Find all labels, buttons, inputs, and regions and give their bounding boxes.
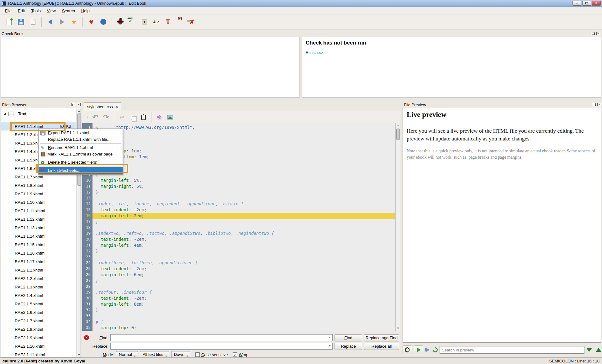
checkbox-icon[interactable]: ✓ xyxy=(233,352,237,357)
file-item-rae2-1-11-xhtml[interactable]: RAE2.1.11.xhtml xyxy=(1,351,76,357)
file-item-rae1-1-10-xhtml[interactable]: RAE1.1.10.xhtml xyxy=(1,198,76,207)
tab-stylesheet-css[interactable]: stylesheet.css × xyxy=(84,102,121,111)
find-button[interactable]: Find xyxy=(335,334,362,341)
code-line-4[interactable]: 4 xyxy=(82,142,395,148)
code-line-3[interactable]: 3 xyxy=(82,136,395,142)
code-line-8[interactable]: 8 xyxy=(82,166,395,172)
menu-edit[interactable]: Edit xyxy=(15,8,28,14)
code-line-6[interactable]: 6 margin-bottom: 1em; xyxy=(82,154,395,160)
float-panel-icon[interactable] xyxy=(71,103,75,106)
file-item-rae2-1-9-xhtml[interactable]: RAE2.1.9.xhtml xyxy=(1,334,76,342)
toolbar-check-book-button[interactable] xyxy=(114,16,126,28)
code-line-20[interactable]: 20 text-indent: -2em; xyxy=(82,236,395,242)
toolbar-insert-image-text-button[interactable] xyxy=(138,16,150,28)
sync-preview-button[interactable] xyxy=(403,346,412,354)
code-line-16[interactable]: 16 margin-left: 2em; xyxy=(82,213,395,219)
scroll-thumb[interactable] xyxy=(396,129,400,140)
replace-all-button[interactable]: Replace all xyxy=(364,343,399,350)
toolbar-bookmark-button[interactable] xyxy=(68,16,80,28)
code-line-31[interactable]: 31 margin-left: 8em; xyxy=(82,301,395,307)
code-line-25[interactable]: 25 text-indent: -2em; xyxy=(82,266,395,272)
preview-search-input[interactable] xyxy=(440,346,584,354)
menu-item-mark-rae1-1-1-xhtml-as-cover-page[interactable]: Mark RAE1.1.1.xhtml as cover page xyxy=(39,151,123,157)
search-next-icon[interactable] xyxy=(586,348,592,352)
toolbar-special-characters-button[interactable] xyxy=(150,16,162,28)
tree-expander-icon[interactable] xyxy=(3,113,6,115)
toolbar-smarten-punctuation-button[interactable] xyxy=(174,16,186,28)
code-line-23[interactable]: 23 xyxy=(82,254,395,260)
replace-button[interactable]: Replace xyxy=(335,343,362,350)
code-line-17[interactable]: 17} xyxy=(82,219,395,225)
file-item-rae1-1-16-xhtml[interactable]: RAE1.1.16.xhtml xyxy=(1,249,76,257)
toolbar-remove-unused-css-button[interactable] xyxy=(186,16,198,28)
code-line-21[interactable]: 21 margin-left: 4em; xyxy=(82,242,395,248)
float-panel-icon[interactable] xyxy=(592,103,596,106)
code-line-14[interactable]: 14.index, .ref, .tocone, .negindent, .ap… xyxy=(82,201,395,207)
wrap-checkbox[interactable]: ✓Wrap xyxy=(233,352,248,357)
file-item-rae2-1-4-xhtml[interactable]: RAE2.1.4.xhtml xyxy=(1,291,76,300)
toolbar-back-button[interactable] xyxy=(44,16,56,28)
file-item-rae1-1-12-xhtml[interactable]: RAE1.1.12.xhtml xyxy=(1,215,76,224)
code-line-2[interactable]: 2 xyxy=(82,130,395,136)
editor-image-button[interactable] xyxy=(165,113,175,122)
file-item-rae1-1-14-xhtml[interactable]: RAE1.1.14.xhtml xyxy=(1,232,76,240)
editor-copy-button[interactable] xyxy=(127,113,138,122)
find-input[interactable] xyxy=(110,334,333,341)
code-line-5[interactable]: 5 margin-top: 1em; xyxy=(82,148,395,154)
code-line-26[interactable]: 26 margin-left: 6em; xyxy=(82,272,395,278)
code-line-24[interactable]: 24.indexthree, .tocthree, .appendixthree… xyxy=(82,260,395,266)
float-panel-icon[interactable] xyxy=(591,32,595,35)
replace-input[interactable] xyxy=(110,343,333,350)
direction-select[interactable]: Down xyxy=(171,351,190,358)
editor-scrollbar[interactable]: ▲ ▼ xyxy=(395,123,400,331)
jump-to-position-icon[interactable] xyxy=(426,348,430,352)
scroll-down-icon[interactable]: ▼ xyxy=(396,326,400,331)
code-line-15[interactable]: 15 text-indent: -2em; xyxy=(82,207,395,213)
file-item-rae2-1-3-xhtml[interactable]: RAE2.1.3.xhtml xyxy=(1,283,76,291)
editor-cut-button[interactable] xyxy=(117,113,127,122)
code-line-33[interactable]: 33 xyxy=(82,313,395,319)
menu-item-replace-rae1-1-1-xhtml-with-file[interactable]: Replace RAE1.1.1.xhtml with file... xyxy=(39,136,123,143)
close-panel-icon[interactable]: × xyxy=(597,103,601,106)
code-line-30[interactable]: 30 text-indent: -2em; xyxy=(82,295,395,301)
code-line-18[interactable]: 18 xyxy=(82,225,395,231)
code-line-27[interactable]: 27} xyxy=(82,278,395,284)
code-line-11[interactable]: 11 margin-right: 5%; xyxy=(82,183,395,189)
file-item-rae1-1-17-xhtml[interactable]: RAE1.1.17.xhtml xyxy=(1,257,76,266)
toolbar-donate-button[interactable] xyxy=(85,16,97,28)
scroll-up-icon[interactable]: ▲ xyxy=(396,123,400,128)
scroll-up-icon[interactable]: ▲ xyxy=(77,108,81,113)
tree-node-text[interactable]: Text xyxy=(1,108,81,118)
menu-help[interactable]: Help xyxy=(78,8,93,14)
menu-tools[interactable]: Tools xyxy=(28,8,44,14)
file-item-rae2-1-1-xhtml[interactable]: RAE2.1.1.xhtml xyxy=(1,266,76,274)
toolbar-new-file-button[interactable] xyxy=(3,16,15,28)
toolbar-forward-button[interactable] xyxy=(56,16,68,28)
check-book-results-list[interactable] xyxy=(1,37,299,98)
code-line-9[interactable]: 9{ xyxy=(82,171,395,177)
case-sensitive-checkbox[interactable]: Case sensitive xyxy=(195,352,228,357)
menu-view[interactable]: View xyxy=(44,8,59,14)
file-item-rae1-1-13-xhtml[interactable]: RAE1.1.13.xhtml xyxy=(1,224,76,232)
code-editor[interactable]: 1@"http://www.w3.org/1999/xhtml";2345 ma… xyxy=(82,123,400,331)
file-item-rae1-1-8-xhtml[interactable]: RAE1.1.8.xhtml xyxy=(1,181,76,190)
minimize-button[interactable]: – xyxy=(573,1,581,6)
file-item-rae2-1-8-xhtml[interactable]: RAE2.1.8.xhtml xyxy=(1,325,76,334)
file-item-rae2-1-7-xhtml[interactable]: RAE2.1.7.xhtml xyxy=(1,317,76,325)
replace-and-find-button[interactable]: Replace and Find xyxy=(364,334,399,341)
checkbox-icon[interactable] xyxy=(195,352,200,357)
code-line-12[interactable]: 12} xyxy=(82,189,395,195)
menu-search[interactable]: Search xyxy=(59,8,78,14)
run-check-link[interactable]: Run check xyxy=(306,50,324,55)
tab-close-icon[interactable]: × xyxy=(115,105,118,109)
mode-select[interactable]: Normal xyxy=(116,351,138,358)
file-item-rae2-1-5-xhtml[interactable]: RAE2.1.5.xhtml xyxy=(1,300,76,308)
run-preview-button[interactable] xyxy=(414,346,423,354)
code-line-29[interactable]: 29.tocfour, .indexfour { xyxy=(82,289,395,295)
code-line-35[interactable]: 35 margin-top: 0; xyxy=(82,325,395,331)
toolbar-title-case-button[interactable] xyxy=(162,16,174,28)
file-item-rae1-1-9-xhtml[interactable]: RAE1.1.9.xhtml xyxy=(1,190,76,198)
toolbar-spellcheck-button[interactable] xyxy=(126,16,138,28)
code-line-10[interactable]: 10 margin-left: 5%; xyxy=(82,177,395,183)
editor-redo-button[interactable] xyxy=(101,113,111,122)
